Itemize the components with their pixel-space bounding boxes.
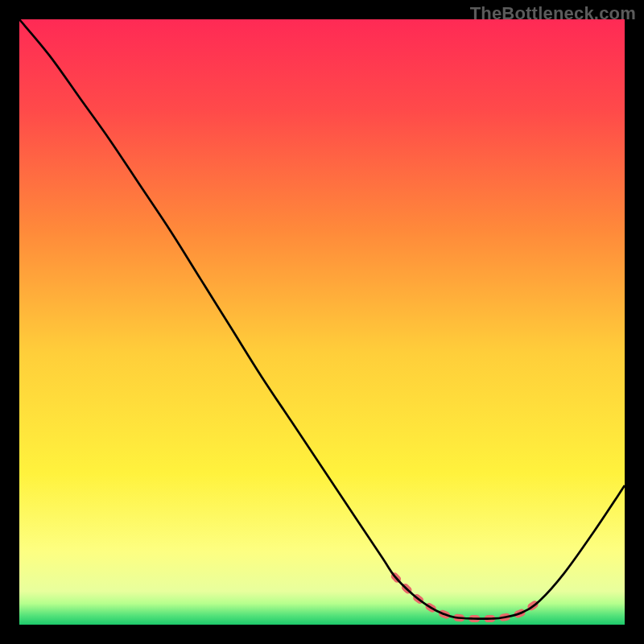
chart-frame: TheBottleneck.com — [0, 0, 644, 644]
watermark-text: TheBottleneck.com — [470, 3, 636, 24]
bottleneck-plot-svg — [19, 19, 625, 625]
plot-area — [19, 19, 625, 625]
gradient-rect — [19, 19, 625, 625]
